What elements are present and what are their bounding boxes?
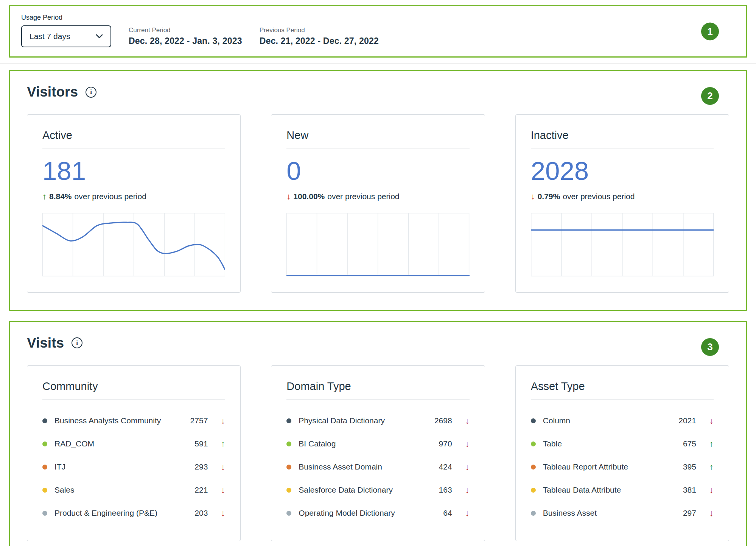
visitors-title: Visitors bbox=[27, 84, 78, 100]
row-value: 2021 bbox=[664, 416, 696, 425]
list-item: Table675↑ bbox=[531, 432, 714, 456]
divider bbox=[286, 148, 469, 148]
trend-down-icon: ↓ bbox=[286, 192, 291, 201]
trend-down-icon: ↓ bbox=[208, 485, 225, 495]
row-label: Business Asset Domain bbox=[299, 462, 420, 471]
row-label: Table bbox=[543, 439, 664, 448]
delta-row: ↓0.79%over previous period bbox=[531, 192, 714, 201]
trend-down-icon: ↓ bbox=[452, 508, 470, 518]
delta-percent: 0.79% bbox=[538, 192, 560, 201]
annotation-badge-1: 1 bbox=[701, 22, 719, 40]
row-label: RAD_COM bbox=[54, 439, 176, 448]
bullet-icon bbox=[531, 465, 536, 470]
delta-text: over previous period bbox=[327, 192, 399, 201]
row-label: Product & Engineering (P&E) bbox=[54, 509, 176, 518]
ranked-list: Business Analysts Community2757↓RAD_COM5… bbox=[42, 409, 225, 525]
card-title: Active bbox=[42, 129, 225, 142]
row-value: 297 bbox=[664, 509, 696, 518]
divider bbox=[531, 399, 714, 399]
list-item: Business Asset Domain424↓ bbox=[286, 456, 469, 479]
info-icon[interactable]: i bbox=[72, 337, 82, 348]
row-value: 2698 bbox=[420, 416, 452, 425]
page-divider bbox=[0, 63, 756, 64]
visit-cards: CommunityBusiness Analysts Community2757… bbox=[27, 365, 729, 541]
list-item: Business Analysts Community2757↓ bbox=[42, 409, 225, 432]
visits-header: Visits i bbox=[27, 335, 729, 351]
card-title: Domain Type bbox=[286, 380, 469, 393]
visitors-section: Visitors i 2 Active181↑8.84%over previou… bbox=[9, 70, 747, 311]
visitor-cards: Active181↑8.84%over previous periodNew0↓… bbox=[27, 114, 729, 293]
previous-period-value: Dec. 21, 2022 - Dec. 27, 2022 bbox=[260, 36, 379, 46]
list-item: Column2021↓ bbox=[531, 409, 714, 432]
row-value: 163 bbox=[420, 485, 452, 495]
list-item: Tableau Report Attribute395↑ bbox=[531, 456, 714, 479]
annotation-badge-2: 2 bbox=[701, 87, 719, 105]
bullet-icon bbox=[286, 441, 291, 446]
visitors-header: Visitors i bbox=[27, 84, 729, 100]
metric-value: 181 bbox=[42, 157, 225, 186]
row-label: BI Catalog bbox=[299, 439, 420, 448]
usage-period-dropdown[interactable]: Last 7 days bbox=[21, 25, 111, 47]
row-value: 970 bbox=[420, 439, 452, 448]
list-item: Operating Model Dictionary64↓ bbox=[286, 502, 469, 525]
usage-period-label: Usage Period bbox=[21, 14, 735, 22]
trend-down-icon: ↓ bbox=[531, 192, 535, 201]
bullet-icon bbox=[42, 418, 47, 423]
metric-value: 2028 bbox=[531, 157, 714, 186]
divider bbox=[286, 399, 469, 399]
card-title: Community bbox=[42, 380, 225, 393]
bullet-icon bbox=[42, 511, 47, 516]
bullet-icon bbox=[42, 441, 47, 446]
inactive-visitors-sparkline bbox=[531, 213, 714, 276]
list-item: BI Catalog970↓ bbox=[286, 432, 469, 456]
bullet-icon bbox=[286, 488, 291, 493]
row-label: Operating Model Dictionary bbox=[299, 509, 420, 518]
chevron-down-icon bbox=[96, 34, 103, 39]
list-item: ITJ293↓ bbox=[42, 456, 225, 479]
row-value: 293 bbox=[176, 462, 208, 471]
visits-card-domain-type: Domain TypePhysical Data Dictionary2698↓… bbox=[271, 365, 485, 541]
trend-down-icon: ↓ bbox=[452, 439, 470, 449]
divider bbox=[42, 148, 225, 148]
row-value: 64 bbox=[420, 509, 452, 518]
bullet-icon bbox=[531, 418, 536, 423]
row-value: 203 bbox=[176, 509, 208, 518]
delta-percent: 100.00% bbox=[293, 192, 325, 201]
divider bbox=[42, 399, 225, 399]
list-item: Product & Engineering (P&E)203↓ bbox=[42, 502, 225, 525]
trend-down-icon: ↓ bbox=[452, 485, 470, 495]
card-title: New bbox=[286, 129, 469, 142]
bullet-icon bbox=[531, 488, 536, 493]
previous-period-label: Previous Period bbox=[260, 27, 379, 34]
row-label: ITJ bbox=[54, 462, 176, 471]
current-period-label: Current Period bbox=[129, 27, 242, 34]
delta-text: over previous period bbox=[563, 192, 635, 201]
info-icon[interactable]: i bbox=[86, 87, 96, 98]
delta-percent: 8.84% bbox=[49, 192, 72, 201]
bullet-icon bbox=[286, 465, 291, 470]
row-value: 591 bbox=[176, 439, 208, 448]
trend-down-icon: ↓ bbox=[452, 462, 470, 472]
trend-down-icon: ↓ bbox=[208, 416, 225, 426]
usage-period-section: Usage Period Last 7 days Current Period … bbox=[9, 5, 747, 58]
trend-up-icon: ↑ bbox=[208, 439, 225, 449]
trend-up-icon: ↑ bbox=[696, 439, 714, 449]
divider bbox=[531, 148, 714, 148]
list-item: Business Asset297↓ bbox=[531, 502, 714, 525]
current-period-block: Current Period Dec. 28, 2022 - Jan. 3, 2… bbox=[129, 27, 242, 46]
current-period-value: Dec. 28, 2022 - Jan. 3, 2023 bbox=[129, 36, 242, 46]
trend-down-icon: ↓ bbox=[696, 485, 714, 495]
trend-up-icon: ↑ bbox=[42, 192, 47, 201]
visits-title: Visits bbox=[27, 335, 64, 351]
row-value: 675 bbox=[664, 439, 696, 448]
row-label: Tableau Data Attribute bbox=[543, 485, 664, 495]
list-item: RAD_COM591↑ bbox=[42, 432, 225, 456]
visits-card-asset-type: Asset TypeColumn2021↓Table675↑Tableau Re… bbox=[515, 365, 729, 541]
trend-down-icon: ↓ bbox=[452, 416, 470, 426]
row-value: 395 bbox=[664, 462, 696, 471]
visitor-card-inactive: Inactive2028↓0.79%over previous period bbox=[515, 114, 729, 293]
bullet-icon bbox=[531, 511, 536, 516]
trend-up-icon: ↑ bbox=[696, 462, 714, 472]
metric-value: 0 bbox=[286, 157, 469, 186]
bullet-icon bbox=[286, 418, 291, 423]
